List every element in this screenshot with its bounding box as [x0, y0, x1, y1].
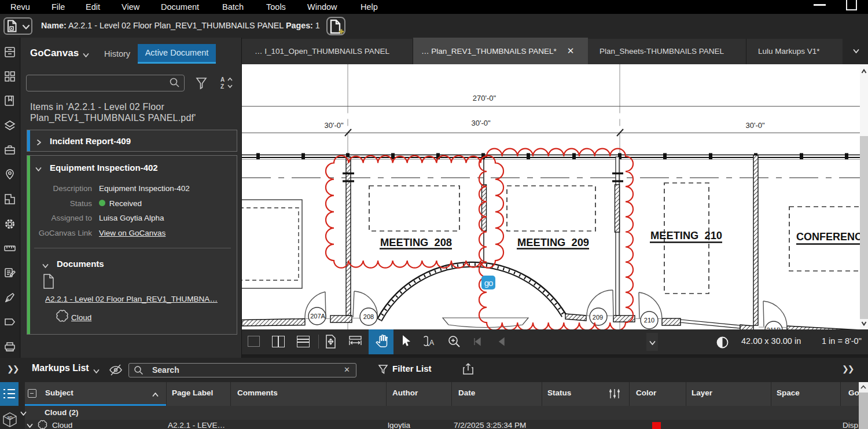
svg-text:210: 210 [644, 317, 654, 324]
svg-text:MEETING 210: MEETING 210 [650, 229, 722, 241]
svg-text:3D: 3D [7, 415, 13, 420]
svg-text:Z: Z [220, 83, 224, 90]
svg-text:208: 208 [363, 313, 374, 320]
svg-text:MEETING 209: MEETING 209 [517, 236, 589, 248]
svg-text:A: A [429, 339, 434, 347]
svg-text:MEETING 208: MEETING 208 [380, 236, 452, 248]
svg-text:30'-0": 30'-0" [745, 121, 765, 130]
svg-text:207A: 207A [310, 313, 325, 320]
svg-text:30'-0": 30'-0" [471, 119, 491, 127]
svg-text:CONFERENCE: CONFERENCE [796, 230, 868, 243]
svg-text:go: go [484, 278, 493, 288]
svg-text:209: 209 [593, 314, 603, 321]
svg-text:A: A [220, 76, 225, 83]
svg-text:30'-0": 30'-0" [324, 121, 344, 130]
svg-text:270'-0": 270'-0" [473, 94, 496, 102]
